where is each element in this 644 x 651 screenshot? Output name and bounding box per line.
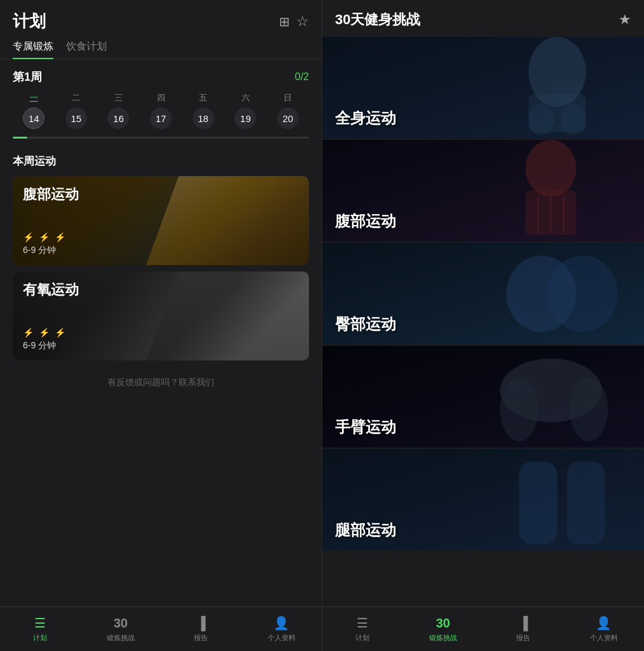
report-label-right: 报告: [516, 633, 530, 643]
nav-item-profile-left[interactable]: 👤 个人资料: [242, 610, 322, 648]
week-label: 第1周: [13, 69, 42, 85]
nav-item-profile-right[interactable]: 👤 个人资料: [564, 610, 645, 648]
right-header: 30天健身挑战 ★: [322, 0, 644, 37]
workout-name-cardio: 有氧运动: [23, 280, 299, 299]
right-panel: 30天健身挑战 ★: [322, 0, 644, 651]
day-name-thu: 四: [157, 92, 165, 104]
workout-bottom-cardio: ⚡ ⚡ ⚡ 6-9 分钟: [23, 327, 299, 352]
workout-name-abs: 腹部运动: [23, 185, 299, 204]
workout-content-cardio: 有氧运动 ⚡ ⚡ ⚡ 6-9 分钟: [13, 271, 309, 360]
workout-bottom-abs: ⚡ ⚡ ⚡ 6-9 分钟: [23, 232, 299, 256]
cal-day-thu[interactable]: 四 17: [140, 92, 182, 129]
challenge-list: 全身运动: [322, 37, 644, 606]
challenge-name-glutes: 臀部运动: [335, 314, 396, 334]
cal-day-sun[interactable]: 日 20: [266, 92, 309, 129]
workout-section-title: 本周运动: [13, 154, 309, 168]
profile-icon-right: 👤: [596, 615, 612, 631]
left-bottom-nav: ☰ 计划 30 锻炼挑战 ▐ 报告 👤 个人资料: [0, 606, 322, 651]
challenge-num-right: 30: [436, 616, 450, 631]
tab-diet[interactable]: 饮食计划: [66, 40, 107, 58]
workout-card-abs[interactable]: 腹部运动 ⚡ ⚡ ⚡ 6-9 分钟: [13, 176, 309, 265]
challenge-name-full-body: 全身运动: [335, 108, 396, 128]
tab-workout[interactable]: 专属锻炼: [13, 40, 53, 58]
challenge-content-full-body: 全身运动: [322, 37, 644, 139]
challenge-name-abs: 腹部运动: [335, 211, 396, 231]
cal-day-wed[interactable]: 三 16: [97, 92, 140, 129]
left-header: 计划 ⊞ ☆: [0, 0, 322, 40]
challenge-label-left: 锻炼挑战: [107, 633, 135, 643]
workout-section: 本周运动 腹部运动 ⚡ ⚡ ⚡ 6-9 分钟 有氧运动 ⚡ ⚡ ⚡: [0, 144, 322, 606]
day-num-18: 18: [193, 107, 214, 129]
nav-item-plan-left[interactable]: ☰ 计划: [0, 610, 81, 648]
week-section: 第1周 0/2 一 14 二 15 三 16 四 17 五 18: [0, 59, 322, 144]
challenge-content-legs: 腿部运动: [322, 449, 644, 551]
challenge-full-body[interactable]: 全身运动: [322, 37, 644, 139]
left-panel: 计划 ⊞ ☆ 专属锻炼 饮食计划 第1周 0/2 一 14 二 15 三: [0, 0, 322, 651]
right-title: 30天健身挑战: [335, 10, 619, 29]
day-name-sun: 日: [284, 92, 292, 104]
cal-day-sat[interactable]: 六 19: [224, 92, 267, 129]
day-name-sat: 六: [242, 92, 250, 104]
calendar: 一 14 二 15 三 16 四 17 五 18 六 19: [13, 92, 309, 129]
challenge-label-right: 锻炼挑战: [429, 633, 457, 643]
day-num-16: 16: [107, 107, 129, 129]
day-name-mon: 一: [30, 92, 38, 104]
workout-intensity-cardio: ⚡ ⚡ ⚡: [23, 327, 299, 338]
challenge-glutes[interactable]: 臀部运动: [322, 243, 644, 345]
challenge-name-arms: 手臂运动: [335, 417, 396, 437]
week-progress-bar: [13, 137, 309, 139]
left-star-icon[interactable]: ☆: [296, 13, 309, 30]
day-name-wed: 三: [114, 92, 123, 104]
day-name-fri: 五: [199, 92, 207, 104]
filter-icon[interactable]: ⊞: [279, 14, 290, 29]
tab-bar: 专属锻炼 饮食计划: [0, 40, 322, 59]
right-bottom-nav: ☰ 计划 30 锻炼挑战 ▐ 报告 👤 个人资料: [322, 606, 644, 651]
challenge-abs[interactable]: 腹部运动: [322, 140, 644, 242]
day-num-19: 19: [235, 107, 256, 129]
nav-item-challenge-right[interactable]: 30 锻炼挑战: [403, 611, 484, 648]
workout-intensity-abs: ⚡ ⚡ ⚡: [23, 232, 299, 242]
plan-label-left: 计划: [33, 633, 47, 643]
cal-day-mon[interactable]: 一 14: [13, 92, 55, 129]
day-num-20: 20: [277, 107, 299, 129]
workout-duration-abs: 6-9 分钟: [23, 245, 299, 256]
cal-day-fri[interactable]: 五 18: [182, 92, 224, 129]
report-label-left: 报告: [194, 633, 208, 643]
challenge-content-glutes: 臀部运动: [322, 243, 644, 345]
challenge-name-legs: 腿部运动: [335, 520, 396, 540]
cal-day-tue[interactable]: 二 15: [55, 92, 98, 129]
nav-item-challenge-left[interactable]: 30 锻炼挑战: [81, 611, 161, 648]
challenge-content-abs: 腹部运动: [322, 140, 644, 242]
challenge-num-left: 30: [114, 616, 128, 631]
day-num-14: 14: [23, 107, 45, 129]
challenge-arms[interactable]: 手臂运动: [322, 346, 644, 448]
challenge-content-arms: 手臂运动: [322, 346, 644, 448]
nav-item-report-left[interactable]: ▐ 报告: [161, 611, 242, 648]
challenge-legs[interactable]: 腿部运动: [322, 449, 644, 551]
week-progress-fill: [13, 137, 27, 139]
plan-icon-left: ☰: [34, 615, 46, 631]
profile-icon-left: 👤: [273, 615, 289, 631]
profile-label-right: 个人资料: [590, 633, 618, 643]
workout-content-abs: 腹部运动 ⚡ ⚡ ⚡ 6-9 分钟: [13, 176, 309, 265]
report-icon-right: ▐: [519, 616, 528, 631]
plan-label-right: 计划: [355, 633, 369, 643]
plan-icon-right: ☰: [357, 615, 368, 631]
left-title: 计划: [13, 10, 273, 32]
workout-card-cardio[interactable]: 有氧运动 ⚡ ⚡ ⚡ 6-9 分钟: [13, 271, 309, 360]
day-num-15: 15: [65, 107, 87, 129]
day-num-17: 17: [150, 107, 172, 129]
nav-item-report-right[interactable]: ▐ 报告: [483, 611, 564, 648]
report-icon-left: ▐: [196, 616, 205, 631]
week-header: 第1周 0/2: [13, 69, 309, 85]
right-star-icon[interactable]: ★: [619, 11, 631, 28]
day-name-tue: 二: [72, 92, 80, 104]
week-progress: 0/2: [295, 71, 309, 83]
feedback-text[interactable]: 有反馈或问题吗？联系我们: [13, 367, 309, 399]
profile-label-left: 个人资料: [268, 633, 296, 643]
nav-item-plan-right[interactable]: ☰ 计划: [322, 610, 403, 648]
workout-duration-cardio: 6-9 分钟: [23, 340, 299, 352]
